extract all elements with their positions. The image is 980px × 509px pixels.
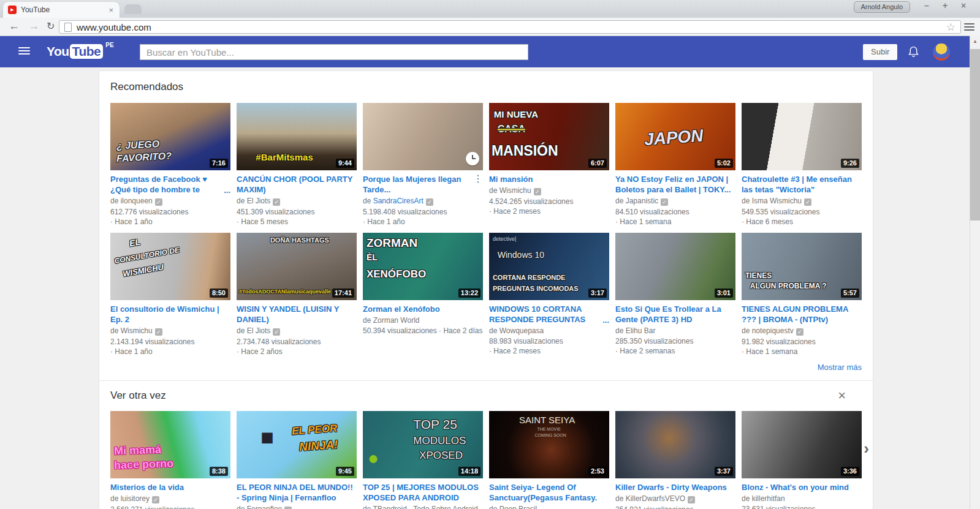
video-title-link[interactable]: WINDOWS 10 CORTANA RESPONDE PREGUNTAS bbox=[489, 304, 598, 325]
channel-link[interactable]: Fernanfloo bbox=[247, 505, 282, 509]
user-avatar[interactable] bbox=[933, 43, 950, 61]
minimize-button[interactable]: – bbox=[922, 1, 931, 10]
url-text[interactable]: www.youtube.com bbox=[77, 22, 946, 32]
video-title-link[interactable]: Killer Dwarfs - Dirty Weapons bbox=[615, 482, 735, 492]
view-count: 254.921 visualizaciones bbox=[615, 505, 693, 509]
video-meta: 451.309 visualizaciones · Hace 5 meses bbox=[237, 207, 357, 227]
video-thumbnail[interactable]: #BarMitsmas9:44 bbox=[237, 103, 357, 170]
video-thumbnail[interactable] bbox=[363, 103, 483, 170]
video-thumbnail[interactable]: ■EL PEORNINJA!9:45 bbox=[237, 411, 357, 478]
video-thumbnail[interactable]: ZORMANÈLXENÓFOBO13:22 bbox=[363, 233, 483, 300]
channel-link[interactable]: Wismichu bbox=[499, 186, 531, 195]
video-title-link[interactable]: El consultorio de Wismichu | Ep. 2 bbox=[110, 304, 230, 325]
video-thumbnail[interactable]: detective|Windows 10CORTANA RESPONDEPREG… bbox=[489, 233, 609, 300]
video-title-link[interactable]: Ya NO Estoy Feliz en JAPON | Boletos par… bbox=[615, 174, 735, 195]
thumbnail-art-text: MODULOS bbox=[413, 435, 466, 447]
channel-link[interactable]: Wowquepasa bbox=[499, 326, 544, 335]
video-title-link[interactable]: CANCÚN CHOR (POOL PARTY MAXIM) bbox=[237, 174, 357, 195]
watch-later-icon[interactable] bbox=[466, 152, 479, 165]
video-thumbnail[interactable]: JAPON5:02 bbox=[615, 103, 735, 170]
channel-link[interactable]: Poop Brasil bbox=[499, 505, 537, 509]
maximize-button[interactable]: + bbox=[941, 1, 949, 10]
channel-link[interactable]: KillerDwarfsVEVO bbox=[626, 494, 685, 503]
channel-link[interactable]: El Jiots bbox=[247, 197, 271, 205]
channel-link[interactable]: Zorman World bbox=[373, 316, 420, 325]
video-title-link[interactable]: Blonz - What's on your mind bbox=[742, 482, 862, 492]
channel-link[interactable]: Japanistic bbox=[626, 197, 658, 205]
close-window-button[interactable]: × bbox=[959, 1, 968, 10]
browser-tab[interactable]: ▶ YouTube × bbox=[3, 2, 120, 18]
next-page-chevron-icon[interactable]: › bbox=[864, 440, 869, 456]
video-thumbnail[interactable]: ●TOP 25MODULOSXPOSED14:18 bbox=[363, 411, 483, 478]
video-title-link[interactable]: Misterios de la vida bbox=[110, 482, 230, 492]
upload-button[interactable]: Subir bbox=[863, 44, 897, 60]
video-thumbnail[interactable]: DOÑA HASHTAGS#TodosADOCTANlamusicaqueval… bbox=[237, 233, 357, 300]
show-more-link[interactable]: Mostrar más bbox=[110, 363, 862, 372]
scroll-up-icon[interactable]: ▲ bbox=[970, 36, 980, 44]
video-thumbnail[interactable]: MI NUEVACASAMANSIÓN6:07 bbox=[489, 103, 609, 170]
address-bar[interactable]: www.youtube.com ☆ bbox=[59, 20, 961, 34]
browser-profile-button[interactable]: Arnold Angulo bbox=[854, 1, 911, 13]
video-duration-badge: 13:22 bbox=[458, 288, 481, 298]
channel-link[interactable]: SandraCiresArt bbox=[373, 197, 424, 205]
channel-link[interactable]: TBandroid - Todo Sobre Android bbox=[373, 505, 477, 509]
video-title-link[interactable]: TIENES ALGUN PROBLEMA ??? | BROMA - (NTP… bbox=[742, 304, 862, 325]
video-menu-button[interactable]: ... bbox=[224, 186, 230, 195]
video-title-link[interactable]: Mi mansión bbox=[489, 174, 609, 184]
video-thumbnail[interactable]: Mi mamáhace porno8:38 bbox=[110, 411, 230, 478]
thumbnail-art-text: JAPON bbox=[644, 126, 704, 148]
chrome-menu-icon[interactable] bbox=[964, 23, 974, 32]
video-thumbnail[interactable]: ¿ JUEGOFAVORITO?7:16 bbox=[110, 103, 230, 170]
video-meta: 84.510 visualizaciones · Hace 1 semana bbox=[615, 207, 735, 227]
video-menu-button[interactable]: ⋮ bbox=[473, 174, 483, 195]
thumbnail-art-text: TIENES bbox=[745, 272, 772, 280]
video-title-link[interactable]: Saint Seiya- Legend Of Sanctuary(Pegasus… bbox=[489, 482, 609, 503]
channel-link[interactable]: Elihu Bar bbox=[626, 326, 656, 335]
channel-link[interactable]: Isma Wismichu bbox=[752, 197, 802, 205]
video-title-link[interactable]: Chatroulette #3 | Me enseñan las tetas "… bbox=[742, 174, 862, 195]
forward-button[interactable]: → bbox=[28, 20, 39, 32]
notifications-bell-icon[interactable] bbox=[907, 45, 920, 61]
video-title-link[interactable]: WISIN Y YANDEL (LUISIN Y DANIEL) bbox=[237, 304, 357, 325]
video-title-link[interactable]: Preguntas de Facebook ♥ ¿Qué tipo de hom… bbox=[110, 174, 219, 195]
byline-prefix: de bbox=[615, 326, 626, 335]
video-thumbnail[interactable]: TIENESALGUN PROBLEMA ?5:57 bbox=[742, 233, 862, 300]
channel-link[interactable]: El Jiots bbox=[247, 326, 271, 335]
hamburger-menu-icon[interactable] bbox=[18, 47, 30, 56]
channel-link[interactable]: Wismichu bbox=[121, 326, 153, 335]
video-title-link[interactable]: EL PEOR NINJA DEL MUNDO!! - Spring Ninja… bbox=[237, 482, 357, 503]
page-scrollbar[interactable]: ▲ bbox=[970, 36, 980, 509]
video-title-link[interactable]: TOP 25 | MEJORES MODULOS XPOSED PARA AND… bbox=[363, 482, 483, 503]
video-title-link[interactable]: Esto Si Que Es Trollear a La Gente (PART… bbox=[615, 304, 735, 325]
video-thumbnail[interactable]: 3:36 bbox=[742, 411, 862, 478]
back-button[interactable]: ← bbox=[9, 20, 20, 32]
video-thumbnail[interactable]: 9:26 bbox=[742, 103, 862, 170]
youtube-logo[interactable]: YouTubePE bbox=[47, 44, 114, 59]
tab-close-icon[interactable]: × bbox=[107, 6, 115, 15]
video-menu-button[interactable]: ... bbox=[602, 315, 609, 325]
refresh-button[interactable]: ↻ bbox=[47, 20, 55, 32]
video-meta: 2.143.194 visualizaciones · Hace 1 año bbox=[110, 337, 230, 356]
video-thumbnail[interactable]: SAINT SEIYATHE MOVIECOMING SOON2:53 bbox=[489, 411, 609, 478]
video-title-link[interactable]: Zorman el Xenófobo bbox=[363, 304, 483, 314]
video-title-link[interactable]: Porque las Mujeres llegan Tarde... bbox=[363, 174, 468, 195]
channel-link[interactable]: ilonqueen bbox=[121, 197, 153, 205]
video-duration-badge: 14:18 bbox=[458, 467, 481, 476]
new-tab-button[interactable] bbox=[124, 4, 142, 14]
scrollbar-thumb[interactable] bbox=[970, 49, 980, 221]
bookmark-star-icon[interactable]: ☆ bbox=[946, 21, 955, 34]
search-input[interactable] bbox=[140, 45, 528, 59]
thumbnail-art-text: Mi mamá bbox=[114, 444, 162, 458]
channel-link[interactable]: killerhitfan bbox=[752, 494, 785, 503]
channel-link[interactable]: notepiquestv bbox=[752, 326, 794, 335]
video-title-row: Porque las Mujeres llegan Tarde...⋮ bbox=[363, 174, 483, 195]
video-thumbnail[interactable]: 3:01 bbox=[615, 233, 735, 300]
video-channel-row: de SandraCiresArt✓ bbox=[363, 197, 483, 206]
video-card: MI NUEVACASAMANSIÓN6:07Mi mansiónde Wism… bbox=[489, 103, 609, 216]
video-thumbnail[interactable]: ELCONSULTORIO DEWISMICHU8:50 bbox=[110, 233, 230, 300]
video-card: ¿ JUEGOFAVORITO?7:16Preguntas de Faceboo… bbox=[110, 103, 230, 227]
video-thumbnail[interactable]: 3:37 bbox=[615, 411, 735, 478]
thumbnail-art-text: MANSIÓN bbox=[492, 143, 558, 158]
close-section-icon[interactable]: × bbox=[838, 390, 862, 401]
channel-link[interactable]: luisitorey bbox=[121, 494, 150, 503]
